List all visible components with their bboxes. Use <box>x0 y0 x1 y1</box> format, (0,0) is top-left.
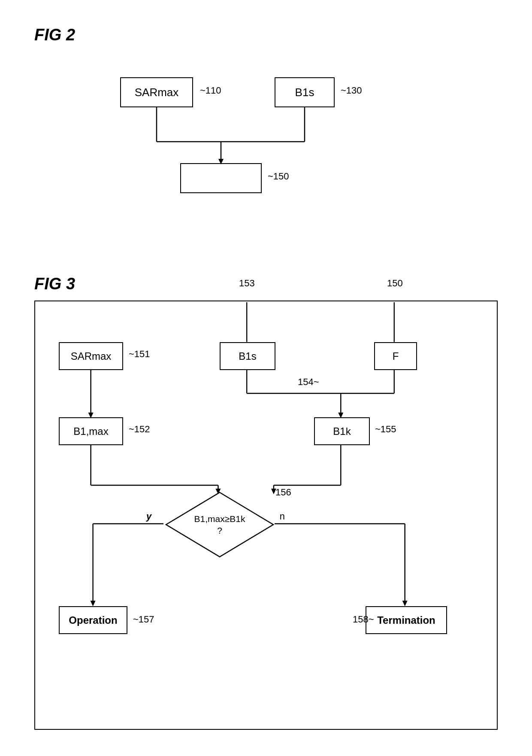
fig2-b1s-ref: ~130 <box>341 85 362 96</box>
page: FIG 2 SARmax ~110 B1s ~130 ~150 <box>0 0 532 756</box>
fig3-b1k-text: B1k <box>333 425 351 437</box>
fig2-sarmax-ref: ~110 <box>200 85 221 96</box>
fig3-termination-box: Termination <box>366 606 447 634</box>
fig2-connections <box>26 52 498 249</box>
fig3-b1s-text: B1s <box>239 350 256 362</box>
fig3-sarmax-box: SARmax <box>59 342 123 370</box>
svg-text:n: n <box>280 511 285 522</box>
svg-marker-6 <box>166 492 273 557</box>
fig3-label: FIG 3 <box>34 275 75 293</box>
fig3-diamond-ref: 156 <box>275 487 291 498</box>
fig2-label: FIG 2 <box>34 26 75 44</box>
fig2-b1s-box: B1s <box>275 77 335 107</box>
fig3-termination-ref: 158~ <box>353 614 374 625</box>
fig3-f-ref: 150 <box>387 278 403 289</box>
fig3-b1k-ref: ~155 <box>375 424 396 435</box>
fig2-sarmax-box: SARmax <box>120 77 193 107</box>
fig3-b1s-box: B1s <box>220 342 275 370</box>
fig3-sarmax-text: SARmax <box>71 350 112 362</box>
fig3-operation-text: Operation <box>69 614 117 626</box>
svg-marker-30 <box>402 601 408 606</box>
fig3-b1max-ref: ~152 <box>129 424 150 435</box>
fig3-f-box: F <box>374 342 417 370</box>
svg-marker-27 <box>91 601 96 606</box>
fig3-operation-box: Operation <box>59 606 127 634</box>
fig3-154-ref: 154~ <box>298 376 319 388</box>
fig3-sarmax-ref: ~151 <box>129 349 150 360</box>
fig3-b1k-box: B1k <box>314 417 370 445</box>
fig2-150-box <box>180 163 262 193</box>
fig3-b1s-ref: 153 <box>239 278 255 289</box>
fig3-container: SARmax ~151 B1s 153 F 150 B1,max ~152 <box>34 301 498 730</box>
fig3-termination-text: Termination <box>377 614 435 626</box>
fig2-sarmax-text: SARmax <box>135 86 179 99</box>
fig3-f-text: F <box>393 350 399 362</box>
fig2-b1s-text: B1s <box>295 86 314 99</box>
fig2-area: SARmax ~110 B1s ~130 ~150 <box>26 52 498 249</box>
fig2-150-ref: ~150 <box>268 171 289 182</box>
fig3-diamond: B1,max≥B1k ? <box>164 490 275 559</box>
fig3-b1max-text: B1,max <box>73 425 108 437</box>
fig3-operation-ref: ~157 <box>133 614 154 625</box>
fig3-b1max-box: B1,max <box>59 417 123 445</box>
svg-text:y: y <box>146 511 152 522</box>
